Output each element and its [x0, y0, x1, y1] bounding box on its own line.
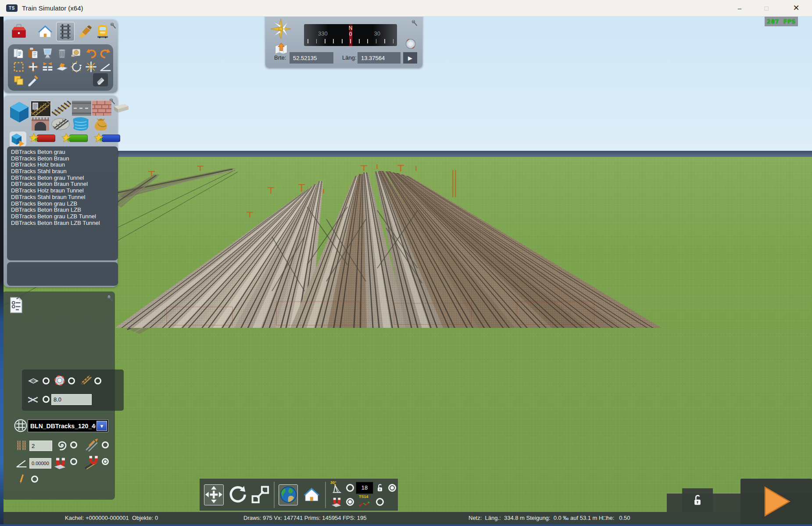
track-list-item[interactable]: DBTracks Holz braun Tunnel [11, 188, 118, 194]
trash-icon[interactable] [56, 47, 68, 60]
globe-button[interactable] [279, 484, 298, 505]
texture-bricks-icon[interactable] [92, 101, 111, 116]
brush-icon[interactable] [77, 23, 94, 40]
lock-toggle[interactable] [682, 488, 713, 512]
track-arrow-icon[interactable] [84, 437, 100, 452]
track-list-item[interactable]: DBTracks Holz braun [11, 162, 118, 168]
cube-icon[interactable] [7, 100, 32, 124]
move-mode-button[interactable] [204, 484, 224, 505]
track-arrow-radio[interactable] [102, 441, 109, 448]
favorite-star-blue[interactable] [93, 132, 120, 144]
viewport-3d[interactable] [0, 16, 812, 526]
redo-icon[interactable] [99, 47, 112, 60]
latitude-value[interactable]: 52.52135 [290, 52, 333, 64]
scale-mode-button[interactable] [251, 485, 270, 505]
track-list-item[interactable]: DBTracks Beton Braun LZB [11, 207, 118, 213]
texture-road-icon[interactable] [72, 101, 91, 116]
train-icon[interactable] [95, 23, 111, 40]
lock-open-icon[interactable] [375, 482, 385, 494]
texture-track-list-icon[interactable] [31, 101, 51, 117]
play-icon[interactable] [759, 482, 794, 521]
pencil-radio[interactable] [31, 476, 38, 483]
maximize-button[interactable]: □ [754, 0, 779, 16]
track-list-item[interactable]: DBTracks Beton grau Tunnel [11, 175, 118, 181]
track-tool-icon[interactable] [56, 22, 75, 41]
rotate-sun-icon[interactable] [70, 60, 83, 73]
favorite-star-green[interactable] [61, 132, 88, 144]
rotate-mode-button[interactable] [228, 485, 247, 505]
home-icon[interactable] [37, 23, 54, 40]
flatten-icon[interactable] [56, 60, 68, 73]
track-type-list[interactable]: DBTracks Beton grauDBTracks Beton BraunD… [7, 146, 118, 260]
track-piece-icon[interactable] [79, 373, 93, 387]
grid-circle-icon[interactable] [14, 419, 28, 433]
track-list-item[interactable]: DBTracks Beton Braun Tunnel [11, 181, 118, 188]
pin-icon[interactable] [106, 294, 114, 302]
longitude-value[interactable]: 13.37564 [358, 52, 401, 64]
compass-rose-icon[interactable] [270, 18, 292, 40]
cross-tracks-icon[interactable] [25, 394, 40, 405]
cross-tracks-radio[interactable] [43, 396, 50, 403]
track-list-item[interactable]: DBTracks Beton grau [11, 149, 118, 156]
texture-bridge-icon[interactable] [31, 117, 50, 132]
next-arrow-icon[interactable]: ▶ [403, 52, 417, 64]
grid-size-value[interactable]: 18 [356, 482, 373, 494]
track-list-item[interactable]: DBTracks Stahl braun [11, 168, 118, 175]
snap-magnet-icon[interactable] [330, 496, 343, 508]
align-icon[interactable] [41, 60, 54, 73]
pencil-icon[interactable] [17, 472, 29, 486]
copy-icon[interactable] [12, 47, 25, 60]
gradient-input[interactable] [29, 458, 51, 469]
spiral-icon[interactable] [55, 439, 68, 452]
track-list-item[interactable]: DBTracks Beton grau LZB [11, 201, 118, 207]
track-list-item[interactable]: DBTracks Beton Braun LZB Tunnel [11, 220, 118, 227]
track-list-item[interactable]: DBTracks Beton grau LZB Tunnel [11, 213, 118, 220]
compass-ring-icon[interactable] [53, 374, 66, 387]
ruler-pen-icon[interactable] [27, 74, 39, 87]
track-piece-radio[interactable] [94, 377, 101, 384]
cascade-icon[interactable] [12, 74, 25, 87]
magnet-track-radio[interactable] [102, 458, 109, 465]
radius-input[interactable] [51, 394, 92, 405]
crosshair-sun-icon[interactable] [85, 60, 97, 73]
magnet-track-icon[interactable] [84, 455, 100, 471]
track-list-item[interactable]: DBTracks Stahl braun Tunnel [11, 194, 118, 201]
diamond-icon[interactable] [26, 376, 40, 386]
toolbox-icon[interactable] [10, 22, 28, 41]
monitor-icon[interactable] [41, 47, 54, 60]
magnet-radio[interactable] [70, 458, 77, 465]
texture-concrete-icon[interactable] [112, 101, 130, 116]
texture-patch-icon[interactable] [51, 117, 70, 132]
spiral-radio[interactable] [70, 441, 77, 448]
texture-sack-icon[interactable] [91, 117, 111, 132]
favorite-star-red[interactable] [28, 132, 55, 144]
paste-icon[interactable] [27, 47, 39, 60]
texture-track-icon[interactable] [52, 101, 71, 116]
lock-radio[interactable] [388, 484, 396, 492]
close-button[interactable]: ✕ [783, 0, 809, 16]
eraser-icon[interactable] [93, 73, 108, 86]
track-type-dropdown[interactable]: BLN_DBTracks_120_460 ▼ [28, 419, 108, 432]
move-icon[interactable] [27, 60, 39, 73]
track-list-item[interactable]: DBTracks Beton Braun [11, 156, 118, 162]
snap-magnet-radio[interactable] [346, 498, 354, 506]
home-camera-button[interactable] [302, 485, 321, 505]
texture-water-icon[interactable] [71, 117, 90, 132]
tape-measure-icon[interactable] [70, 47, 83, 60]
compass-radio[interactable] [68, 377, 75, 384]
ring-button-icon[interactable] [404, 37, 417, 50]
chevron-down-icon[interactable]: ▼ [97, 421, 107, 431]
magnet-icon[interactable] [53, 455, 68, 470]
undo-icon[interactable] [85, 47, 97, 60]
document-icon[interactable] [7, 295, 25, 315]
angle-snap-radio[interactable] [346, 484, 354, 492]
track-count-input[interactable] [29, 441, 52, 451]
ts14-radio[interactable] [376, 498, 384, 506]
cube-arrow-icon[interactable] [10, 132, 26, 148]
slope-icon[interactable] [99, 60, 112, 73]
pin-icon[interactable] [109, 21, 117, 29]
minimize-button[interactable]: – [727, 0, 752, 16]
pin-icon[interactable] [410, 19, 418, 27]
diamond-radio[interactable] [43, 377, 50, 384]
select-rect-icon[interactable] [12, 60, 25, 73]
